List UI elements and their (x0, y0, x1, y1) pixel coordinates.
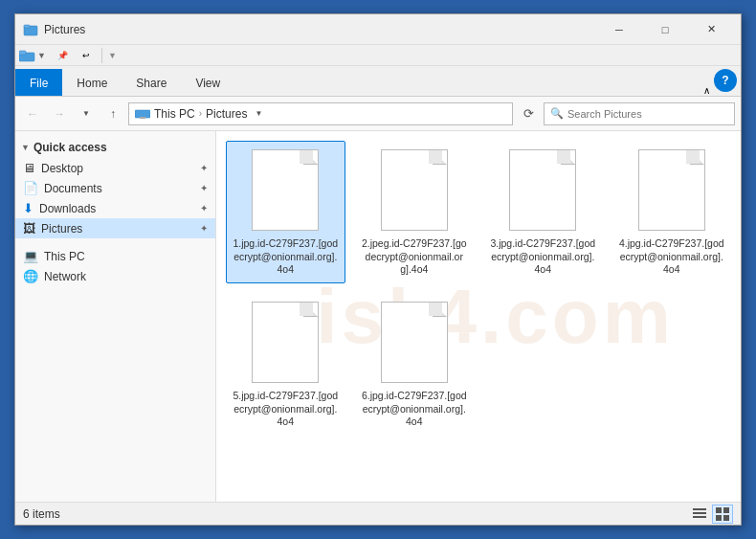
file-icon (376, 147, 453, 234)
chevron-down-icon: ▼ (21, 143, 30, 152)
svg-rect-7 (693, 512, 706, 514)
file-name: 3.jpg.id-C279F237.[godecrypt@onionmail.o… (490, 237, 595, 277)
main-area: ▼ Quick access 🖥 Desktop ✦ 📄 Documents ✦… (15, 131, 741, 502)
path-sep1: › (199, 108, 202, 119)
search-icon: 🔍 (550, 107, 564, 120)
svg-rect-9 (716, 507, 722, 513)
status-bar: 6 items (15, 502, 741, 525)
file-item[interactable]: 5.jpg.id-C279F237.[godecrypt@onionmail.o… (226, 293, 345, 436)
tab-share[interactable]: Share (122, 69, 181, 96)
file-icon (376, 300, 453, 386)
quick-access-header[interactable]: ▼ Quick access (15, 137, 215, 158)
refresh-button[interactable]: ⟳ (517, 102, 540, 125)
sidebar-item-pictures[interactable]: 🖼 Pictures ✦ (15, 218, 215, 238)
qt-pin-button[interactable]: 📌 (54, 47, 73, 64)
file-name: 6.jpg.id-C279F237.[godecrypt@onionmail.o… (362, 390, 467, 429)
sidebar-item-desktop[interactable]: 🖥 Desktop ✦ (15, 158, 215, 178)
file-item[interactable]: 3.jpg.id-C279F237.[godecrypt@onionmail.o… (483, 141, 603, 283)
desktop-label: Desktop (41, 162, 83, 175)
pictures-icon: 🖼 (23, 221, 35, 236)
help-button[interactable]: ? (714, 69, 737, 92)
path-pictures[interactable]: Pictures (206, 107, 247, 121)
downloads-icon: ⬇ (23, 201, 33, 215)
qt-undo-button[interactable]: ↩ (77, 47, 96, 64)
file-page (381, 149, 448, 231)
file-page (509, 149, 576, 231)
pictures-label: Pictures (41, 222, 82, 236)
file-area: risk4.com 1.jpg.id-C279F237.[godecrypt@o… (216, 131, 741, 502)
pin-icon: ✦ (200, 223, 208, 234)
ribbon-expand-button[interactable]: ∧ (703, 85, 710, 96)
pin-icon: ✦ (200, 183, 208, 193)
file-item[interactable]: 1.jpg.id-C279F237.[godecrypt@onionmail.o… (226, 141, 345, 283)
path-dropdown-button[interactable]: ▼ (75, 102, 98, 125)
item-count: 6 items (23, 507, 60, 521)
file-item[interactable]: 6.jpg.id-C279F237.[godecrypt@onionmail.o… (355, 293, 475, 436)
file-name: 5.jpg.id-C279F237.[godecrypt@onionmail.o… (233, 390, 338, 429)
quick-access-label: Quick access (33, 141, 107, 154)
file-icon (247, 147, 323, 234)
file-page (638, 149, 705, 231)
svg-rect-11 (716, 515, 722, 521)
view-toggle (689, 505, 733, 524)
address-bar: ← → ▼ ↑ This PC › Pictures ▼ ⟳ 🔍 (15, 97, 741, 131)
address-path[interactable]: This PC › Pictures ▼ (128, 102, 513, 125)
file-name: 1.jpg.id-C279F237.[godecrypt@onionmail.o… (233, 237, 338, 277)
ribbon-tabs: File Home Share View ∧ ? (15, 66, 741, 97)
list-view-icon (693, 507, 706, 521)
file-page (381, 302, 448, 383)
back-button[interactable]: ← (21, 102, 44, 125)
svg-rect-1 (24, 25, 30, 28)
quick-access-toolbar: ▼ 📌 ↩ ▼ (15, 45, 741, 66)
explorer-window: Pictures ─ □ ✕ ▼ 📌 ↩ ▼ File Home Share V… (14, 13, 742, 526)
file-icon (504, 147, 581, 234)
pin-icon: ✦ (200, 203, 208, 213)
pin-icon: ✦ (200, 163, 208, 173)
search-input[interactable] (567, 108, 728, 120)
svg-rect-6 (693, 508, 706, 510)
svg-rect-3 (19, 51, 26, 55)
sidebar-item-documents[interactable]: 📄 Documents ✦ (15, 178, 215, 198)
title-bar: Pictures ─ □ ✕ (15, 14, 741, 45)
expand-icon: ∧ (703, 85, 710, 96)
window-title: Pictures (44, 23, 597, 36)
title-bar-controls: ─ □ ✕ (597, 14, 733, 45)
svg-rect-12 (723, 515, 729, 521)
tab-file[interactable]: File (15, 69, 62, 96)
close-button[interactable]: ✕ (689, 14, 733, 45)
file-icon (634, 147, 710, 234)
up-button[interactable]: ↑ (101, 102, 124, 125)
thispc-sidebar-icon: 💻 (23, 249, 38, 263)
svg-rect-10 (723, 507, 729, 513)
sidebar-item-thispc[interactable]: 💻 This PC (15, 246, 215, 266)
file-item[interactable]: 4.jpg.id-C279F237.[godecrypt@onionmail.o… (612, 141, 732, 283)
file-item[interactable]: 2.jpeg.id-C279F237.[godecrypt@onionmail.… (355, 141, 475, 283)
file-name: 4.jpg.id-C279F237.[godecrypt@onionmail.o… (619, 237, 724, 277)
svg-rect-8 (693, 516, 706, 518)
file-icon (247, 300, 323, 386)
sidebar-item-downloads[interactable]: ⬇ Downloads ✦ (15, 198, 215, 218)
network-icon: 🌐 (23, 269, 38, 283)
svg-rect-4 (135, 110, 150, 118)
tab-home[interactable]: Home (62, 69, 122, 96)
maximize-button[interactable]: □ (643, 14, 687, 45)
documents-label: Documents (44, 182, 102, 195)
network-label: Network (44, 270, 86, 283)
sidebar-item-network[interactable]: 🌐 Network (15, 266, 215, 286)
desktop-icon: 🖥 (23, 161, 35, 175)
path-expand-icon[interactable]: ▼ (251, 102, 266, 125)
tab-view[interactable]: View (181, 69, 234, 96)
sidebar: ▼ Quick access 🖥 Desktop ✦ 📄 Documents ✦… (15, 131, 216, 502)
downloads-label: Downloads (39, 202, 96, 215)
file-page (252, 149, 319, 231)
grid-view-button[interactable] (712, 505, 733, 524)
minimize-button[interactable]: ─ (597, 14, 641, 45)
forward-button[interactable]: → (48, 102, 71, 125)
file-name: 2.jpeg.id-C279F237.[godecrypt@onionmail.… (362, 237, 467, 277)
thispc-label: This PC (44, 250, 85, 263)
list-view-button[interactable] (689, 505, 710, 524)
search-box[interactable]: 🔍 (544, 102, 735, 125)
svg-rect-5 (140, 117, 145, 119)
path-thispc[interactable]: This PC (154, 107, 195, 121)
grid-view-icon (716, 507, 729, 521)
